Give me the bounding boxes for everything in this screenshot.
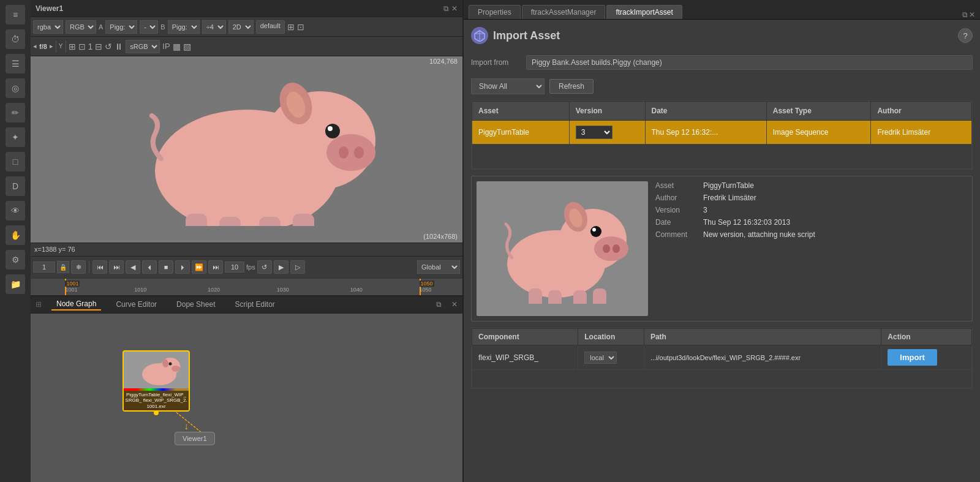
- aspect-icon[interactable]: ⊟: [95, 42, 102, 51]
- svg-point-29: [590, 226, 601, 237]
- right-tabs: Properties ftrackAssetManager ftrackImpo…: [464, 0, 980, 20]
- frame-next-icon[interactable]: ▸: [50, 42, 53, 50]
- asset-table-container: Asset Version Date Asset Type Author Pig…: [471, 100, 973, 170]
- sidebar-icon-eye[interactable]: 👁: [6, 201, 25, 220]
- bottom-panel: ⊞ Node Graph Curve Editor Dope Sheet Scr…: [31, 295, 462, 483]
- grid-icon[interactable]: ⊞: [287, 22, 295, 32]
- component-action[interactable]: Import: [881, 345, 972, 370]
- right-close-icon[interactable]: ✕: [969, 10, 975, 19]
- layer-b-select[interactable]: Pigg:: [168, 20, 200, 34]
- step-forward-btn[interactable]: ⏩: [192, 260, 206, 274]
- sidebar-icon-menu[interactable]: ≡: [6, 5, 25, 24]
- step-back-btn[interactable]: ◀: [126, 260, 140, 274]
- bottom-close-icon[interactable]: ✕: [451, 300, 458, 309]
- panel-title-area: Import Asset: [471, 27, 560, 44]
- checker-icon[interactable]: ▦: [173, 42, 181, 51]
- colorspace-select[interactable]: RGB: [66, 20, 96, 34]
- stop-btn[interactable]: ■: [159, 260, 173, 274]
- snowflake-btn[interactable]: ❄: [71, 260, 86, 274]
- gain-btn[interactable]: default: [256, 20, 285, 34]
- frame-forward-btn[interactable]: ⏵: [175, 260, 190, 274]
- help-button[interactable]: ?: [958, 28, 973, 43]
- tab-script-editor[interactable]: Script Editor: [230, 299, 279, 310]
- viewer-canvas: 1024,768: [31, 56, 462, 243]
- fps-input[interactable]: [225, 262, 244, 273]
- pig-illustration: [106, 73, 388, 226]
- node-graph-canvas[interactable]: PiggyTurnTable_flexi_WIP_SRGB_ flexi_WIP…: [31, 314, 462, 483]
- lock-btn[interactable]: 🔒: [57, 261, 69, 273]
- detail-version-value: 3: [703, 206, 707, 214]
- viewer-maximize-icon[interactable]: ⧉: [443, 4, 449, 13]
- table-row[interactable]: PiggyTurnTable 3 2 1 Thu Sep 12 16:32:..…: [472, 121, 972, 145]
- sep1: [56, 40, 56, 53]
- refresh-icon2[interactable]: ↺: [105, 42, 112, 51]
- last-frame-btn[interactable]: ⏭: [208, 260, 223, 274]
- asset-table-header-row: Asset Version Date Asset Type Author: [472, 102, 972, 121]
- location-select[interactable]: local: [584, 352, 617, 364]
- sidebar-icon-hand[interactable]: ✋: [6, 225, 25, 245]
- cell-version[interactable]: 3 2 1: [569, 121, 645, 145]
- viewer-close-icon[interactable]: ✕: [451, 4, 458, 13]
- tab-properties[interactable]: Properties: [469, 5, 521, 19]
- channel-select[interactable]: rgba: [33, 20, 63, 34]
- right-panel: Properties ftrackAssetManager ftrackImpo…: [462, 0, 980, 482]
- frame-input[interactable]: [33, 262, 55, 273]
- fps-label: fps: [246, 263, 255, 271]
- timeline-ruler[interactable]: 1001 1050 1001 1010 1020 1030 1040 1050: [31, 278, 462, 295]
- piggytable-node[interactable]: PiggyTurnTable_flexi_WIP_SRGB_ flexi_WIP…: [123, 350, 190, 412]
- col-action: Action: [881, 329, 972, 345]
- viewer-node[interactable]: Viewer1: [175, 432, 215, 445]
- version-select[interactable]: 3 2 1: [576, 126, 612, 139]
- sidebar-icon-clock[interactable]: ⏱: [6, 29, 25, 49]
- sidebar-icon-list[interactable]: ☰: [6, 54, 25, 73]
- view-icon[interactable]: ⊡: [78, 42, 86, 51]
- tab-dope-sheet[interactable]: Dope Sheet: [172, 299, 220, 310]
- tab-curve-editor[interactable]: Curve Editor: [111, 299, 162, 310]
- frame-back-btn[interactable]: ⏴: [142, 260, 157, 274]
- refresh-button[interactable]: Refresh: [549, 79, 594, 94]
- frame-prev-icon[interactable]: ◂: [33, 42, 37, 50]
- right-maximize-icon[interactable]: ⧉: [962, 10, 968, 19]
- sidebar-icon-pencil[interactable]: ✏: [6, 103, 25, 122]
- sidebar-icon-folder[interactable]: 📁: [6, 274, 25, 294]
- prev-key-btn[interactable]: ⏭: [109, 260, 124, 274]
- stripe-icon[interactable]: ▧: [183, 42, 191, 51]
- canvas-size: (1024x768): [423, 233, 458, 240]
- expand-icon[interactable]: ⊡: [297, 22, 304, 32]
- realtime-btn[interactable]: ▷: [290, 260, 305, 274]
- layer-a-select[interactable]: Pigg:: [105, 20, 137, 34]
- sidebar-icon-d[interactable]: D: [6, 176, 25, 196]
- component-row: flexi_WIP_SRGB_ local ...i/output3d/look…: [472, 345, 972, 370]
- tab-ftrack-asset-manager[interactable]: ftrackAssetManager: [522, 5, 606, 19]
- detail-author-row: Author Fredrik Limsäter: [655, 194, 967, 202]
- sidebar-icon-settings[interactable]: ⚙: [6, 250, 25, 269]
- lut-select[interactable]: sRGB: [126, 40, 160, 53]
- import-from-value[interactable]: Piggy Bank.Asset builds.Piggy (change): [526, 55, 973, 70]
- tab-node-graph[interactable]: Node Graph: [51, 298, 101, 311]
- tick-1050: 1050: [420, 287, 432, 293]
- end-label: 1050: [420, 281, 434, 287]
- first-frame-btn[interactable]: ⏮: [92, 260, 107, 274]
- channels-icon[interactable]: ⊞: [69, 42, 76, 51]
- op-select[interactable]: -: [140, 20, 158, 34]
- zoom-select[interactable]: ÷4: [202, 20, 226, 34]
- pause-icon[interactable]: ⏸: [115, 42, 123, 51]
- mode-select[interactable]: 2D: [228, 20, 254, 34]
- loop-btn[interactable]: ↺: [257, 260, 272, 274]
- node-output-connector[interactable]: [154, 410, 159, 415]
- component-row-empty: [472, 370, 972, 388]
- component-location[interactable]: local: [578, 345, 644, 370]
- play-fwd-btn[interactable]: ▶: [274, 260, 288, 274]
- bottom-maximize-icon[interactable]: ⧉: [436, 300, 442, 309]
- asset-type-filter[interactable]: Show All Geometry Image Video: [471, 78, 545, 94]
- tab-ftrack-import-asset[interactable]: ftrackImportAsset: [606, 5, 682, 19]
- import-button[interactable]: Import: [888, 349, 937, 366]
- num-label[interactable]: 1: [88, 42, 93, 51]
- viewer-pos-bar: x=1388 y= 76: [31, 243, 462, 256]
- sidebar-icon-transform[interactable]: ✦: [6, 127, 25, 147]
- ip-label[interactable]: IP: [162, 42, 170, 51]
- sidebar-icon-sphere[interactable]: ◎: [6, 78, 25, 98]
- global-select[interactable]: Global: [417, 260, 460, 274]
- sidebar-icon-3d[interactable]: □: [6, 152, 25, 171]
- node-connections-svg: [31, 314, 462, 483]
